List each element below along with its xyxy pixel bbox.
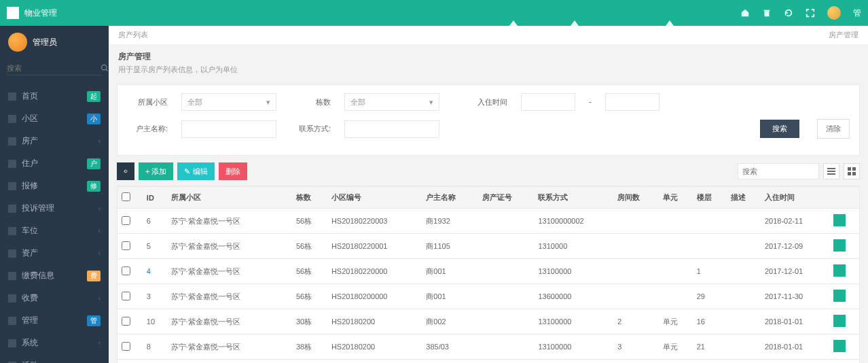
home-icon[interactable] — [740, 8, 750, 18]
trash-icon[interactable] — [762, 8, 772, 18]
user-avatar[interactable] — [827, 6, 841, 20]
topbar: 物业管理 管 — [0, 0, 868, 26]
app-title: 物业管理 — [24, 7, 57, 19]
user-short: 管 — [853, 7, 861, 19]
tab-indicator — [666, 20, 674, 26]
svg-rect-1 — [764, 10, 770, 12]
app-logo — [7, 7, 19, 19]
tab-indicator — [509, 20, 518, 26]
tab-indicator — [571, 20, 579, 26]
svg-rect-0 — [765, 11, 770, 16]
refresh-icon[interactable] — [784, 8, 793, 18]
fullscreen-icon[interactable] — [806, 8, 815, 18]
